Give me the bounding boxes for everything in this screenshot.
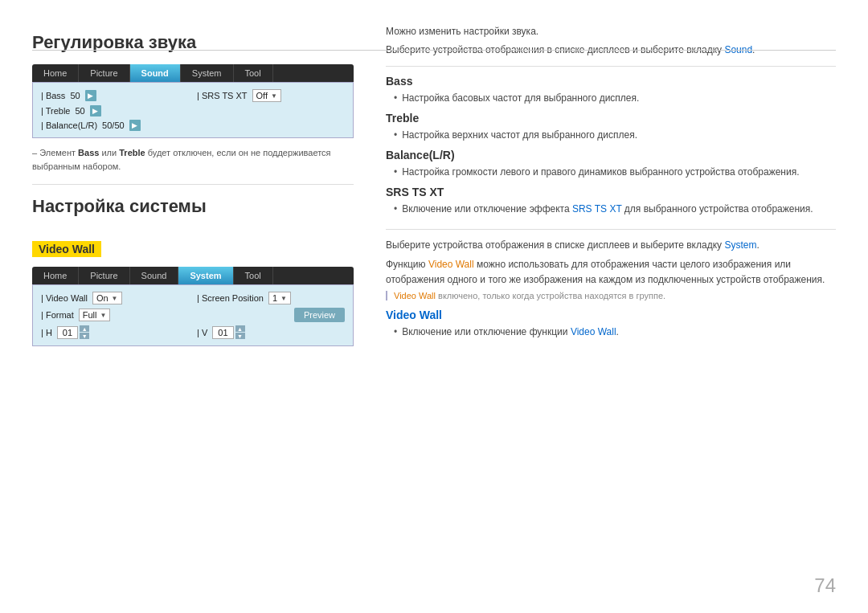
v-value: 01 [212,326,233,339]
treble-value: 50 [76,106,85,116]
v-stepper: 01 ▲ ▼ [212,325,244,339]
system-settings-table: | Video Wall On ▼ | Screen Position 1 ▼ … [32,284,354,346]
section2: Настройка системы Video Wall Home Pictur… [32,196,354,346]
page-number: 74 [814,574,836,597]
h-down-arrow[interactable]: ▼ [80,333,89,339]
section-divider [32,184,354,185]
h-up-arrow[interactable]: ▲ [80,325,89,332]
vw-link[interactable]: Video Wall [571,326,616,337]
videowall-dropdown[interactable]: On ▼ [92,292,122,304]
srs-bullet: • Включение или отключение эффекта SRS T… [394,202,836,216]
v-stepper-buttons: ▲ ▼ [235,325,245,339]
screenpos-dropdown-arrow: ▼ [280,295,287,302]
h-label: | H [41,328,52,337]
srs-dropdown-arrow: ▼ [271,92,277,100]
sys-tab-picture[interactable]: Picture [79,267,129,284]
balance-bullet: • Настройка громкости левого и правого д… [394,165,836,179]
right-panel: Можно изменить настройки звука. Выберите… [370,24,836,597]
v-label: | V [197,328,207,337]
system-intro2: Функцию Video Wall можно использовать дл… [386,257,836,288]
h-row: | H 01 ▲ ▼ [41,325,189,339]
section1: Регулировка звука Home Picture Sound Sys… [32,32,354,173]
balance-value: 50/50 [102,121,125,130]
sound-tabs-bar: Home Picture Sound System Tool [32,64,354,82]
balance-row: | Balance(L/R) 50/50 ▶ [41,120,189,131]
balance-section-title: Balance(L/R) [386,149,836,161]
srs-section-title: SRS TS XT [386,186,836,198]
tab-sound[interactable]: Sound [130,64,181,82]
section2-title: Настройка системы [32,196,354,217]
tab-tool[interactable]: Tool [234,64,273,82]
bass-bullet: • Настройка басовых частот для выбранног… [394,91,836,105]
tab-picture[interactable]: Picture [79,64,129,82]
system-intro1-link[interactable]: System [724,239,756,251]
treble-label: | Treble [41,106,71,116]
video-wall-badge: Video Wall [32,241,101,257]
tab-home[interactable]: Home [32,64,79,82]
system-note: Video Wall включено, только когда устрой… [386,291,836,300]
h-stepper-buttons: ▲ ▼ [80,325,89,339]
format-label: | Format [41,310,74,320]
videowall-row: | Video Wall On ▼ [41,292,189,304]
sound-intro1: Можно изменить настройки звука. [386,24,836,39]
system-note-link[interactable]: Video Wall [394,291,436,300]
srs-label: | SRS TS XT [197,91,248,100]
sound-note: – Элемент Bass или Treble будет отключен… [32,146,354,173]
treble-row: | Treble 50 ▶ [41,105,189,116]
sys-tab-tool[interactable]: Tool [234,267,273,284]
preview-row: Preview [197,308,345,322]
empty-row [197,105,345,116]
system-intro2-link[interactable]: Video Wall [428,259,474,270]
treble-arrow[interactable]: ▶ [90,105,101,116]
v-up-arrow[interactable]: ▲ [235,325,245,332]
system-tabs-bar: Home Picture Sound System Tool [32,267,354,284]
format-row: | Format Full ▼ [41,308,189,322]
bass-section-title: Bass [386,75,836,88]
right-divider-2 [386,229,836,230]
format-dropdown[interactable]: Full ▼ [79,309,111,321]
sys-tab-home[interactable]: Home [32,267,79,284]
vw-section-title: Video Wall [386,309,836,321]
top-divider [32,50,836,51]
srs-dropdown[interactable]: Off ▼ [252,89,281,102]
v-down-arrow[interactable]: ▼ [235,333,245,339]
system-intro1: Выберите устройства отображения в списке… [386,238,836,253]
bass-label: | Bass [41,91,65,100]
sys-tab-system[interactable]: System [178,267,233,284]
balance-arrow[interactable]: ▶ [129,120,141,131]
srs-link[interactable]: SRS TS XT [572,203,622,215]
vw-bullet: • Включение или отключение функции Video… [394,325,836,339]
balance-label: | Balance(L/R) [41,121,97,130]
screenpos-label: | Screen Position [197,293,264,303]
bass-row: | Bass 50 ▶ [41,89,189,102]
format-dropdown-arrow: ▼ [100,312,107,319]
preview-button[interactable]: Preview [294,308,345,322]
h-stepper: 01 ▲ ▼ [57,325,89,339]
treble-section-title: Treble [386,112,836,125]
right-divider-1 [386,66,836,67]
videowall-label: | Video Wall [41,293,88,303]
h-value: 01 [57,326,78,339]
screenpos-row: | Screen Position 1 ▼ [197,292,345,304]
sys-tab-sound[interactable]: Sound [130,267,179,284]
videowall-dropdown-arrow: ▼ [112,295,118,302]
sound-settings-table: | Bass 50 ▶ | SRS TS XT Off ▼ | Treble 5… [32,82,354,138]
srs-row: | SRS TS XT Off ▼ [197,89,345,102]
screenpos-dropdown[interactable]: 1 ▼ [268,292,291,304]
bass-value: 50 [70,91,80,100]
left-panel: Регулировка звука Home Picture Sound Sys… [32,24,370,597]
bass-arrow[interactable]: ▶ [85,90,96,101]
v-row: | V 01 ▲ ▼ [197,325,345,339]
treble-bullet: • Настройка верхних частот для выбранног… [394,128,836,142]
tab-system[interactable]: System [181,64,234,82]
